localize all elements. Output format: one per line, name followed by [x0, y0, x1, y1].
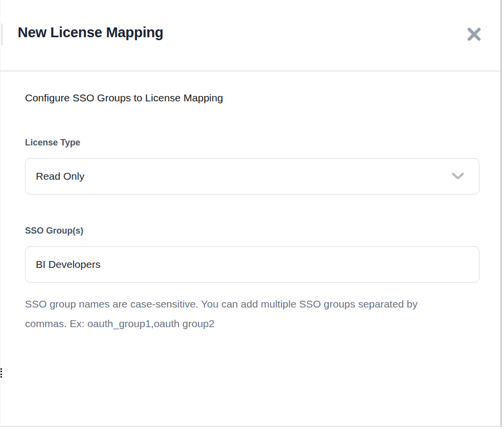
sso-groups-label: SSO Group(s) [25, 225, 479, 236]
modal-header: New License Mapping [0, 0, 501, 72]
background-edge-artifact [1, 24, 2, 45]
modal-description: Configure SSO Groups to License Mapping [25, 91, 479, 105]
modal-body: Configure SSO Groups to License Mapping … [0, 72, 501, 334]
sso-groups-help-text: SSO group names are case-sensitive. You … [25, 294, 443, 334]
background-list-icon [0, 368, 2, 379]
new-license-mapping-modal: New License Mapping Configure SSO Groups… [0, 0, 502, 427]
page: New License Mapping Configure SSO Groups… [0, 0, 504, 429]
license-type-select[interactable]: Read Only [25, 158, 479, 194]
modal-title: New License Mapping [18, 24, 163, 41]
license-type-selected-value: Read Only [36, 170, 84, 182]
sso-groups-input[interactable] [25, 246, 479, 283]
close-button[interactable] [465, 25, 483, 43]
chevron-down-icon [452, 172, 464, 180]
license-type-label: License Type [25, 137, 479, 148]
close-icon [467, 27, 481, 42]
